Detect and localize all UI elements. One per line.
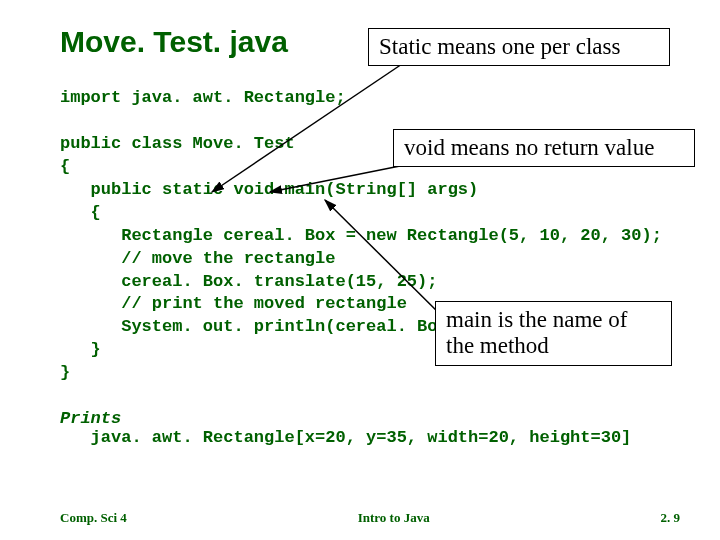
- footer-left: Comp. Sci 4: [60, 510, 127, 526]
- footer-center: Intro to Java: [358, 510, 430, 526]
- slide: Move. Test. java Static means one per cl…: [0, 0, 720, 540]
- callout-static: Static means one per class: [368, 28, 670, 66]
- prints-label: Prints: [60, 409, 121, 428]
- footer: Comp. Sci 4 Intro to Java 2. 9: [0, 510, 720, 526]
- callout-void: void means no return value: [393, 129, 695, 167]
- footer-right: 2. 9: [660, 510, 680, 526]
- callout-main: main is the name of the method: [435, 301, 672, 366]
- prints-value: java. awt. Rectangle[x=20, y=35, width=2…: [60, 428, 631, 447]
- prints-block: Prints java. awt. Rectangle[x=20, y=35, …: [60, 409, 680, 447]
